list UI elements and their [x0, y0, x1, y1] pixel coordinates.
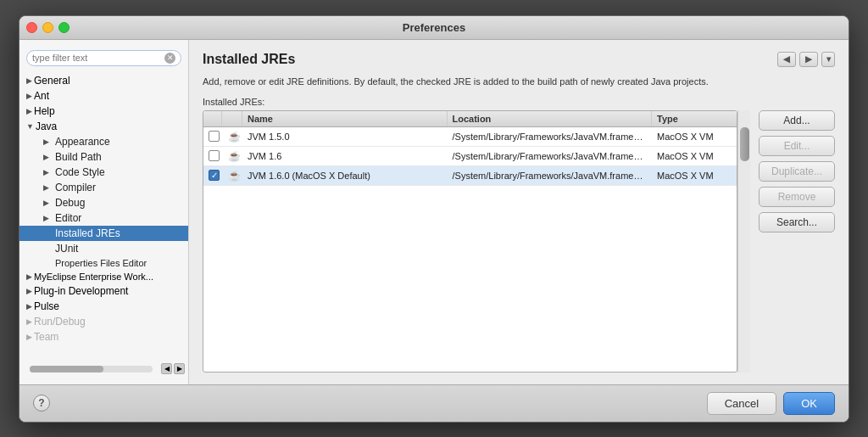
- sidebar-item-code-style[interactable]: ▶ Code Style: [19, 165, 188, 180]
- col-header-icon: [222, 111, 242, 126]
- col-header-name[interactable]: Name: [242, 111, 448, 126]
- chevron-right-icon: ▶: [26, 287, 32, 295]
- forward-icon-button[interactable]: ▶: [799, 52, 818, 67]
- row-checkbox[interactable]: [203, 128, 222, 144]
- table-row[interactable]: ☕ JVM 1.6.0 (MacOS X Default) /System/Li…: [203, 166, 737, 186]
- sidebar-item-properties-files-editor[interactable]: Properties Files Editor: [19, 256, 188, 270]
- header-icons: ◀ ▶ ▾: [777, 52, 835, 67]
- minimize-button[interactable]: [42, 22, 53, 33]
- sidebar-item-ant[interactable]: ▶ Ant: [19, 88, 188, 104]
- window-body: ✕ ▶ General ▶ Ant ▶ Help ▼ Java ▶ Appear…: [19, 40, 849, 384]
- sidebar-item-editor[interactable]: ▶ Editor: [19, 210, 188, 226]
- col-header-location[interactable]: Location: [448, 111, 653, 126]
- add-button[interactable]: Add...: [759, 110, 835, 131]
- description-text: Add, remove or edit JRE definitions. By …: [203, 76, 835, 88]
- chevron-right-icon: ▶: [26, 333, 32, 341]
- chevron-down-icon: ▼: [26, 122, 34, 131]
- jre-type: MacOS X VM: [652, 168, 737, 183]
- sidebar-item-installed-jres[interactable]: Installed JREs: [19, 226, 188, 241]
- footer-left: ?: [33, 395, 50, 412]
- help-button[interactable]: ?: [33, 395, 50, 412]
- sidebar-item-junit[interactable]: JUnit: [19, 241, 188, 256]
- sidebar-item-debug[interactable]: ▶ Debug: [19, 195, 188, 210]
- sidebar-item-label: Java: [36, 120, 57, 132]
- jre-table-wrapper: Name Location Type: [203, 110, 737, 373]
- sidebar-item-pulse[interactable]: ▶ Pulse: [19, 299, 188, 314]
- table-header: Name Location Type: [203, 111, 737, 127]
- action-buttons: Add... Edit... Duplicate... Remove Searc…: [759, 110, 835, 373]
- sidebar-item-java[interactable]: ▼ Java: [19, 119, 188, 134]
- chevron-right-icon: ▶: [26, 317, 32, 326]
- table-scrollbar[interactable]: [737, 110, 750, 373]
- sidebar-item-label: Pulse: [34, 300, 59, 312]
- chevron-right-icon: ▶: [43, 199, 52, 207]
- sidebar-item-run-debug[interactable]: ▶ Run/Debug: [19, 314, 188, 329]
- table-row[interactable]: ☕ JVM 1.5.0 /System/Library/Frameworks/J…: [203, 127, 737, 147]
- ok-button[interactable]: OK: [783, 392, 835, 415]
- chevron-right-icon: ▶: [26, 272, 32, 281]
- sidebar-item-label: Properties Files Editor: [55, 258, 147, 268]
- menu-icon-button[interactable]: ▾: [821, 52, 835, 67]
- sidebar-item-label: MyEclipse Enterprise Work...: [34, 272, 153, 282]
- col-header-checkbox: [203, 111, 222, 126]
- scrollbar-thumb[interactable]: [740, 127, 749, 161]
- sidebar-item-team[interactable]: ▶ Team: [19, 329, 188, 345]
- sidebar-item-plugin-dev[interactable]: ▶ Plug-in Development: [19, 283, 188, 299]
- row-checkbox[interactable]: [203, 167, 222, 183]
- sidebar-item-compiler[interactable]: ▶ Compiler: [19, 180, 188, 195]
- sidebar-item-label: Code Style: [55, 166, 105, 178]
- cancel-button[interactable]: Cancel: [707, 392, 776, 415]
- sidebar-item-general[interactable]: ▶ General: [19, 73, 188, 88]
- sidebar-forward-button[interactable]: ▶: [174, 363, 185, 374]
- main-header: Installed JREs ◀ ▶ ▾: [203, 52, 835, 67]
- back-icon-button[interactable]: ◀: [777, 52, 796, 67]
- sidebar-item-label: Plug-in Development: [34, 285, 128, 297]
- sidebar-item-label: Editor: [55, 212, 81, 224]
- row-checkbox[interactable]: [203, 148, 222, 164]
- page-title: Installed JREs: [203, 52, 295, 67]
- jre-checkbox[interactable]: [209, 170, 220, 181]
- chevron-right-icon: ▶: [43, 153, 52, 161]
- jre-location: /System/Library/Frameworks/JavaVM.framew…: [448, 148, 653, 164]
- sidebar-item-appearance[interactable]: ▶ Appearance: [19, 134, 188, 149]
- sidebar-item-label: Appearance: [55, 136, 110, 148]
- duplicate-button[interactable]: Duplicate...: [759, 161, 835, 182]
- chevron-right-icon: ▶: [43, 168, 52, 176]
- table-label: Installed JREs:: [203, 97, 835, 107]
- sidebar: ✕ ▶ General ▶ Ant ▶ Help ▼ Java ▶ Appear…: [19, 40, 189, 384]
- sidebar-item-help[interactable]: ▶ Help: [19, 104, 188, 119]
- preferences-window: Preferences ✕ ▶ General ▶ Ant ▶ Help: [19, 15, 849, 423]
- jre-location: /System/Library/Frameworks/JavaVM.framew…: [448, 129, 653, 144]
- sidebar-item-label: Debug: [55, 197, 85, 209]
- window-title: Preferences: [403, 21, 465, 34]
- sidebar-item-label: Compiler: [55, 182, 96, 193]
- jre-type: MacOS X VM: [652, 129, 737, 144]
- jre-checkbox[interactable]: [209, 131, 220, 142]
- sidebar-back-button[interactable]: ◀: [161, 363, 172, 374]
- search-button[interactable]: Search...: [759, 212, 835, 233]
- remove-button[interactable]: Remove: [759, 187, 835, 207]
- maximize-button[interactable]: [58, 22, 70, 33]
- jre-icon: ☕: [227, 149, 241, 163]
- filter-input[interactable]: [32, 53, 161, 63]
- footer: ? Cancel OK: [19, 384, 849, 422]
- clear-search-button[interactable]: ✕: [164, 53, 175, 64]
- sidebar-item-myeclipse[interactable]: ▶ MyEclipse Enterprise Work...: [19, 270, 188, 283]
- jre-name: JVM 1.6: [242, 148, 448, 164]
- jre-location: /System/Library/Frameworks/JavaVM.framew…: [448, 168, 653, 183]
- chevron-right-icon: ▶: [26, 92, 32, 100]
- jre-checkbox[interactable]: [209, 150, 220, 161]
- jre-type: MacOS X VM: [652, 148, 737, 164]
- search-box[interactable]: ✕: [26, 50, 181, 66]
- edit-button[interactable]: Edit...: [759, 136, 835, 156]
- traffic-lights: [26, 22, 70, 33]
- row-icon: ☕: [222, 127, 242, 146]
- table-body: ☕ JVM 1.5.0 /System/Library/Frameworks/J…: [203, 127, 737, 372]
- sidebar-item-build-path[interactable]: ▶ Build Path: [19, 149, 188, 165]
- main-panel: Installed JREs ◀ ▶ ▾ Add, remove or edit…: [189, 40, 849, 384]
- col-header-type[interactable]: Type: [652, 111, 737, 126]
- chevron-right-icon: ▶: [26, 107, 32, 115]
- close-button[interactable]: [26, 22, 37, 33]
- table-row[interactable]: ☕ JVM 1.6 /System/Library/Frameworks/Jav…: [203, 147, 737, 166]
- row-icon: ☕: [222, 166, 242, 185]
